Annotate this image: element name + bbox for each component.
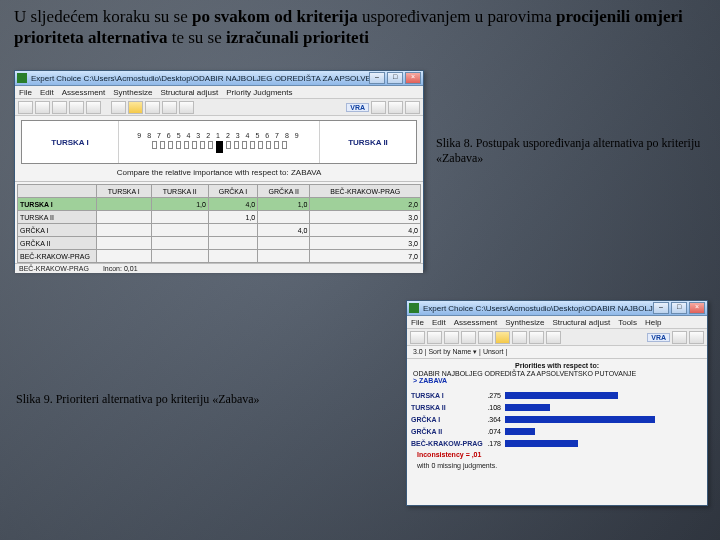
row-label: TURSKA I [18,198,97,211]
cell[interactable]: 3,0 [310,237,421,250]
toolbar-button[interactable] [689,331,704,344]
app-icon [409,303,419,313]
priority-row: GRČKA II.074 [411,425,703,437]
criteria-path: ODABIR NAJBOLJEG ODREDIŠTA ZA APSOLVENTS… [407,370,707,387]
cell[interactable] [97,211,152,224]
cell[interactable] [151,250,208,263]
toolbar-button[interactable] [529,331,544,344]
cell[interactable]: 1,0 [258,198,310,211]
heading-p2: uspoređivanjem u parovima [362,7,556,26]
toolbar-button[interactable] [179,101,194,114]
cell[interactable] [208,237,257,250]
menubar: File Edit Assessment Synthesize Structur… [407,316,707,329]
caption-figure-9: Slika 9. Prioriteri alternativa po krite… [16,392,356,407]
toolbar-button[interactable] [128,101,143,114]
maximize-button[interactable]: □ [387,72,403,84]
priority-bars: TURSKA I.275TURSKA II.108GRČKA I.364GRČK… [407,387,707,449]
caption-figure-8: Slika 8. Postupak uspoređivanja alternat… [436,136,706,166]
cell[interactable] [151,237,208,250]
heading-p3: te su se [172,28,226,47]
cell[interactable] [97,198,152,211]
toolbar-button[interactable] [444,331,459,344]
heading: U sljedećem koraku su se po svakom od kr… [14,6,706,49]
status-bar: BEČ-KRAKOW-PRAG Incon: 0,01 [15,263,423,273]
priority-bar [505,440,578,447]
cell[interactable]: 4,0 [208,198,257,211]
toolbar-button[interactable] [410,331,425,344]
close-button[interactable]: × [405,72,421,84]
titlebar: Expert Choice C:\Users\Acrnostudio\Deskt… [15,71,423,86]
minimize-button[interactable]: – [653,302,669,314]
toolbar-button[interactable] [388,101,403,114]
close-button[interactable]: × [689,302,705,314]
sort-controls[interactable]: 3.0 | Sort by Name ▾ | Unsort | [413,348,507,355]
toolbar-button[interactable] [495,331,510,344]
cell[interactable]: 4,0 [310,224,421,237]
figure-8-window: Expert Choice C:\Users\Acrnostudio\Deskt… [14,70,424,270]
menu-item[interactable]: File [411,318,424,327]
alternative-name: TURSKA I [411,392,473,399]
toolbar-button[interactable] [162,101,177,114]
cell[interactable] [97,224,152,237]
toolbar-badge: VRA [346,103,369,112]
toolbar-button[interactable] [35,101,50,114]
menu-item[interactable]: Structural adjust [552,318,610,327]
cell[interactable] [97,237,152,250]
menu-item[interactable]: Synthesize [113,88,152,97]
menu-item[interactable]: Synthesize [505,318,544,327]
cell[interactable]: 1,0 [151,198,208,211]
menu-item[interactable]: Assessment [62,88,106,97]
alternative-name: GRČKA II [411,428,473,435]
toolbar-button[interactable] [18,101,33,114]
selected-tick[interactable] [216,141,223,153]
slide: U sljedećem koraku su se po svakom od kr… [0,0,720,540]
th: BEČ-KRAKOW-PRAG [310,185,421,198]
cell[interactable] [208,250,257,263]
toolbar-button[interactable] [512,331,527,344]
menu-item[interactable]: Priority Judgments [226,88,292,97]
toolbar-button[interactable] [69,101,84,114]
comparison-table: TURSKA I TURSKA II GRČKA I GRČKA II BEČ-… [17,184,421,263]
menu-item[interactable]: Assessment [454,318,498,327]
maximize-button[interactable]: □ [671,302,687,314]
menu-item[interactable]: Structural adjust [160,88,218,97]
table-row: TURSKA I1,04,01,02,0 [18,198,421,211]
cell[interactable]: 2,0 [310,198,421,211]
cell[interactable] [151,211,208,224]
cell[interactable]: 1,0 [208,211,257,224]
priority-bar [505,392,618,399]
toolbar: VRA [407,329,707,346]
menu-item[interactable]: Tools [618,318,637,327]
toolbar-button[interactable] [672,331,687,344]
toolbar-button[interactable] [478,331,493,344]
toolbar-button[interactable] [405,101,420,114]
scale-ticks[interactable] [152,141,287,153]
priority-bar [505,428,535,435]
inconsistency-value: Inconsistency = ,01 [417,451,481,458]
toolbar-button[interactable] [111,101,126,114]
toolbar-button[interactable] [371,101,386,114]
toolbar-button[interactable] [461,331,476,344]
cell[interactable] [258,250,310,263]
toolbar-button[interactable] [546,331,561,344]
status-right: Incon: 0,01 [103,265,138,272]
toolbar-button[interactable] [86,101,101,114]
menu-item[interactable]: File [19,88,32,97]
cell[interactable]: 7,0 [310,250,421,263]
table-row: BEČ-KRAKOW-PRAG7,0 [18,250,421,263]
cell[interactable] [208,224,257,237]
cell[interactable] [97,250,152,263]
menu-item[interactable]: Edit [40,88,54,97]
menu-item[interactable]: Help [645,318,661,327]
cell[interactable] [258,211,310,224]
minimize-button[interactable]: – [369,72,385,84]
toolbar-button[interactable] [427,331,442,344]
toolbar-button[interactable] [145,101,160,114]
cell[interactable] [258,237,310,250]
menu-item[interactable]: Edit [432,318,446,327]
cell[interactable] [151,224,208,237]
toolbar-button[interactable] [52,101,67,114]
figure-9-window: Expert Choice C:\Users\Acrnostudio\Deskt… [406,300,708,506]
cell[interactable]: 3,0 [310,211,421,224]
cell[interactable]: 4,0 [258,224,310,237]
